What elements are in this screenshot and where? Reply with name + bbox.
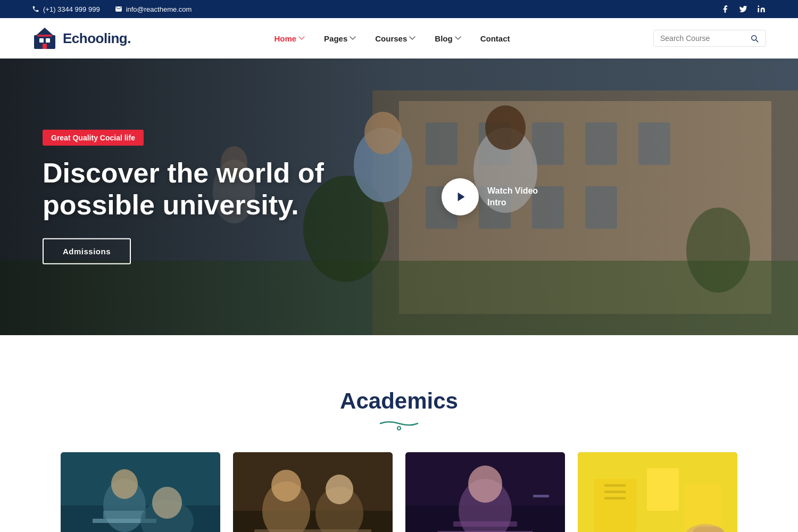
video-label: Watch Video Intro bbox=[487, 185, 538, 209]
svg-rect-34 bbox=[103, 511, 146, 519]
search-icon[interactable] bbox=[750, 34, 759, 43]
play-circle[interactable] bbox=[442, 178, 479, 215]
hero-badge: Great Quality Cocial life bbox=[43, 130, 144, 146]
search-box[interactable] bbox=[653, 30, 766, 47]
hero-content: Great Quality Cocial life Discover the w… bbox=[43, 130, 324, 264]
nav-home[interactable]: Home bbox=[274, 34, 305, 43]
svg-rect-6 bbox=[37, 35, 52, 37]
social-icons bbox=[720, 4, 766, 14]
logo-icon bbox=[32, 26, 57, 51]
hero-section: Great Quality Cocial life Discover the w… bbox=[0, 59, 798, 335]
svg-point-0 bbox=[758, 5, 759, 7]
phone-item: (+1) 3344 999 999 bbox=[32, 5, 100, 13]
academics-section: Academics bbox=[0, 378, 798, 532]
below-hero-spacer bbox=[0, 335, 798, 378]
academic-card-2[interactable] bbox=[233, 452, 393, 532]
chevron-down-icon bbox=[298, 35, 305, 41]
svg-rect-3 bbox=[39, 38, 44, 43]
svg-point-37 bbox=[152, 487, 182, 519]
section-underline bbox=[32, 419, 766, 431]
academic-card-4[interactable] bbox=[578, 452, 737, 532]
top-bar: (+1) 3344 999 999 info@reactheme.com bbox=[0, 0, 798, 18]
card-2-svg bbox=[233, 452, 393, 532]
email-text: info@reactheme.com bbox=[126, 5, 192, 13]
card-3-image bbox=[405, 452, 565, 532]
svg-rect-55 bbox=[604, 484, 626, 487]
svg-point-43 bbox=[326, 475, 353, 504]
svg-rect-4 bbox=[46, 38, 50, 43]
linkedin-link[interactable] bbox=[757, 4, 766, 14]
card-3-svg bbox=[405, 452, 565, 532]
logo-text: Echooling. bbox=[63, 30, 131, 47]
phone-text: (+1) 3344 999 999 bbox=[43, 5, 100, 13]
chevron-down-icon bbox=[350, 35, 356, 41]
logo[interactable]: Echooling. bbox=[32, 26, 131, 51]
svg-point-41 bbox=[271, 470, 301, 502]
chevron-down-icon bbox=[409, 35, 415, 41]
card-4-svg bbox=[578, 452, 737, 532]
svg-marker-28 bbox=[458, 193, 465, 202]
svg-rect-44 bbox=[254, 529, 371, 532]
nav-blog[interactable]: Blog bbox=[435, 34, 461, 43]
card-1-svg bbox=[61, 452, 220, 532]
header: Echooling. Home Pages Courses Blog Conta… bbox=[0, 18, 798, 59]
card-2-image bbox=[233, 452, 393, 532]
academics-cards bbox=[32, 452, 766, 532]
svg-rect-58 bbox=[647, 468, 679, 511]
nav-pages[interactable]: Pages bbox=[324, 34, 356, 43]
video-play-button[interactable]: Watch Video Intro bbox=[442, 178, 538, 215]
facebook-link[interactable] bbox=[720, 4, 730, 14]
top-bar-left: (+1) 3344 999 999 info@reactheme.com bbox=[32, 5, 192, 13]
nav-courses[interactable]: Courses bbox=[375, 34, 415, 43]
hero-title: Discover the world of possible universit… bbox=[43, 157, 324, 221]
chevron-down-icon bbox=[455, 35, 461, 41]
twitter-link[interactable] bbox=[738, 4, 748, 14]
search-input[interactable] bbox=[660, 34, 745, 43]
svg-rect-39 bbox=[233, 511, 393, 532]
academic-card-3[interactable] bbox=[405, 452, 565, 532]
svg-rect-61 bbox=[692, 527, 724, 532]
svg-rect-49 bbox=[453, 521, 517, 527]
card-1-image bbox=[61, 452, 220, 532]
svg-rect-5 bbox=[43, 44, 47, 49]
nav-contact[interactable]: Contact bbox=[480, 34, 510, 43]
academic-card-1[interactable] bbox=[61, 452, 220, 532]
svg-point-33 bbox=[111, 469, 138, 499]
svg-rect-51 bbox=[533, 495, 549, 497]
main-nav: Home Pages Courses Blog Contact bbox=[274, 34, 510, 43]
svg-rect-56 bbox=[604, 491, 626, 493]
phone-icon bbox=[32, 5, 39, 13]
svg-point-48 bbox=[468, 466, 502, 503]
admissions-button[interactable]: Admissions bbox=[43, 238, 131, 264]
card-4-image bbox=[578, 452, 737, 532]
svg-rect-57 bbox=[604, 497, 626, 500]
svg-point-29 bbox=[397, 427, 401, 430]
email-icon bbox=[115, 5, 122, 13]
academics-title: Academics bbox=[32, 388, 766, 414]
email-item: info@reactheme.com bbox=[115, 5, 192, 13]
underline-svg bbox=[378, 419, 420, 431]
play-icon bbox=[455, 191, 467, 203]
